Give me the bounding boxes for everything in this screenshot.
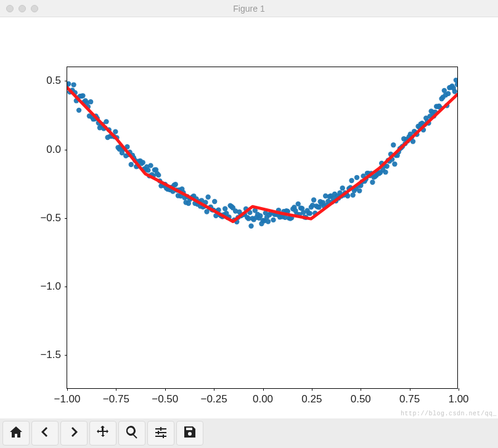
svg-point-83 xyxy=(173,182,178,187)
zoom-button[interactable] xyxy=(118,421,145,446)
move-icon xyxy=(96,425,110,442)
svg-point-298 xyxy=(454,78,457,83)
svg-point-222 xyxy=(354,175,359,180)
pan-button[interactable] xyxy=(89,421,116,446)
svg-point-244 xyxy=(383,169,388,174)
svg-point-158 xyxy=(271,218,276,222)
home-button[interactable] xyxy=(2,421,30,446)
xtick-label: 0.50 xyxy=(351,388,371,405)
svg-point-218 xyxy=(349,178,354,183)
svg-point-70 xyxy=(156,173,161,177)
xtick-label: 0.00 xyxy=(253,388,273,405)
ytick-label: 0.5 xyxy=(46,75,67,87)
ytick-label: −0.5 xyxy=(40,212,67,224)
svg-point-219 xyxy=(350,192,355,197)
svg-point-12 xyxy=(80,93,85,98)
svg-point-141 xyxy=(248,224,253,229)
ytick-label: −1.0 xyxy=(40,280,67,293)
magnify-icon xyxy=(124,425,139,442)
svg-point-49 xyxy=(129,162,134,167)
svg-point-1 xyxy=(67,81,71,86)
window-title: Figure 1 xyxy=(233,4,264,14)
configure-button[interactable] xyxy=(147,421,174,446)
svg-point-121 xyxy=(222,206,227,211)
maximize-window-button[interactable] xyxy=(31,5,38,12)
svg-point-292 xyxy=(446,91,451,96)
svg-point-189 xyxy=(311,197,316,202)
svg-point-108 xyxy=(205,195,210,200)
arrow-left-icon xyxy=(38,425,52,442)
ytick-label: −1.5 xyxy=(40,349,67,361)
xtick-label: −0.50 xyxy=(152,388,178,405)
xtick-label: 0.25 xyxy=(301,388,322,405)
save-icon xyxy=(182,425,197,442)
xtick-label: 0.75 xyxy=(399,388,420,405)
window-titlebar: Figure 1 xyxy=(0,0,498,17)
sliders-icon xyxy=(153,425,168,442)
svg-point-9 xyxy=(76,108,81,113)
svg-point-154 xyxy=(266,219,271,224)
svg-point-251 xyxy=(392,161,397,166)
svg-point-113 xyxy=(212,199,217,204)
matplotlib-toolbar xyxy=(0,418,498,448)
xtick-label: 1.00 xyxy=(448,388,468,405)
svg-point-64 xyxy=(148,163,153,168)
svg-point-250 xyxy=(391,142,396,147)
svg-point-186 xyxy=(308,211,312,216)
svg-point-5 xyxy=(71,82,76,87)
watermark-text: http://blog.csdn.net/qq_ xyxy=(401,410,497,417)
arrow-right-icon xyxy=(67,425,81,442)
xtick-label: −0.25 xyxy=(201,388,227,405)
save-button[interactable] xyxy=(176,421,203,446)
svg-point-18 xyxy=(88,99,93,104)
back-button[interactable] xyxy=(31,421,59,446)
svg-point-211 xyxy=(340,185,345,190)
xtick-label: −0.75 xyxy=(103,388,129,405)
svg-point-62 xyxy=(145,168,150,173)
svg-point-58 xyxy=(141,160,145,165)
xtick-label: −1.00 xyxy=(54,388,80,405)
traffic-lights xyxy=(6,5,38,12)
home-icon xyxy=(9,425,23,442)
ytick-label: 0.0 xyxy=(46,144,67,156)
close-window-button[interactable] xyxy=(6,5,14,12)
minimize-window-button[interactable] xyxy=(18,5,26,12)
svg-point-224 xyxy=(357,188,362,193)
svg-point-30 xyxy=(104,119,108,124)
figure-canvas: −1.5−1.0−0.50.00.5 −1.00−0.75−0.50−0.250… xyxy=(0,17,498,418)
forward-button[interactable] xyxy=(60,421,88,446)
plot-axes: −1.5−1.0−0.50.00.5 −1.00−0.75−0.50−0.250… xyxy=(67,67,458,389)
svg-point-37 xyxy=(113,129,118,134)
plot-svg xyxy=(67,67,457,388)
svg-point-234 xyxy=(370,180,375,185)
svg-point-148 xyxy=(258,213,263,218)
